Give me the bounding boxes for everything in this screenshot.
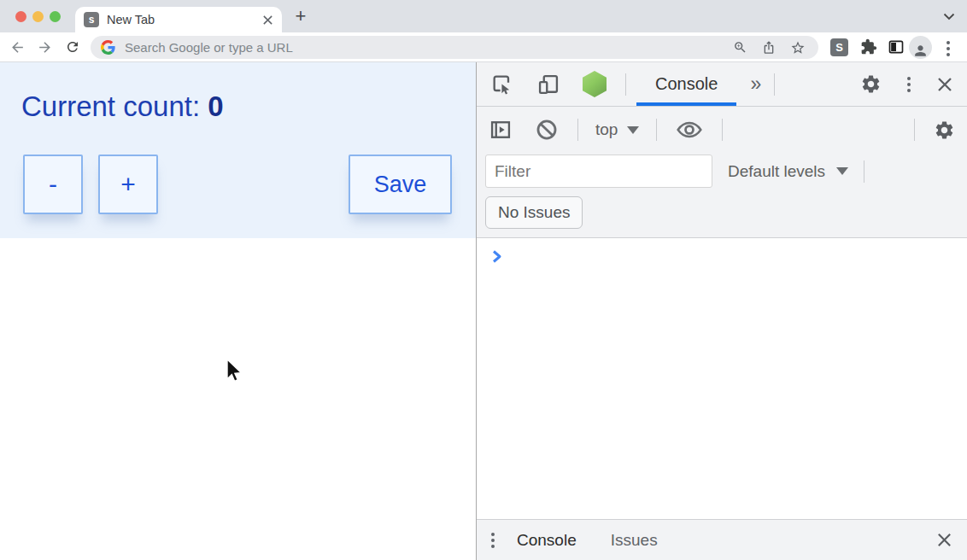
back-button[interactable] [9,39,26,55]
active-tab-underline [636,102,736,106]
devtools-settings-gear-icon[interactable] [860,73,882,95]
console-sidebar-toggle-icon[interactable] [489,118,513,142]
window-minimize-button[interactable] [32,11,44,22]
no-issues-button[interactable]: No Issues [485,196,583,229]
toolbar-divider [656,119,657,141]
decrement-button[interactable]: - [23,155,83,214]
drawer-tab-issues[interactable]: Issues [611,531,658,550]
console-toolbar: top Default levels [477,107,967,238]
mouse-cursor [226,359,243,388]
toolbar-divider [864,160,864,183]
omnibox[interactable] [91,36,818,59]
extensions-puzzle-icon[interactable] [860,38,877,55]
clear-console-icon[interactable] [535,118,559,142]
devtools-close-icon[interactable] [936,76,953,93]
drawer-tab-console[interactable]: Console [517,531,577,550]
toolbar-divider [625,73,626,96]
browser-window: s New Tab + [0,0,967,560]
browser-toolbar: S [0,32,967,62]
reload-button[interactable] [65,39,80,55]
drawer-menu-kebab-icon[interactable] [491,533,495,548]
tab-favicon: s [84,12,99,27]
devtools-tab-bar: Console » [477,62,967,107]
google-g-icon [101,40,115,55]
devtools-tab-console[interactable]: Console [636,62,736,106]
more-panels-icon[interactable]: » [750,73,760,96]
drawer-close-icon[interactable] [936,532,952,548]
page-title: Current count: 0 [21,90,224,123]
extension-s-button[interactable]: S [830,38,848,56]
omnibox-input[interactable] [123,39,733,55]
log-levels-dropdown[interactable]: Default levels [728,162,848,181]
console-prompt-chevron-icon[interactable] [491,249,503,264]
zoom-in-icon[interactable] [733,40,747,55]
tab-close-icon[interactable] [262,15,273,26]
devtools-tab-console-label: Console [655,74,718,94]
toolbar-divider [774,73,775,96]
toolbar-divider [722,119,723,141]
increment-button[interactable]: + [98,155,158,214]
caret-down-icon [627,126,639,134]
tab-strip: s New Tab + [0,0,967,32]
toolbar-divider [577,119,578,141]
context-selector[interactable]: top [595,120,639,139]
caret-down-icon [836,167,848,175]
side-panel-icon[interactable] [888,38,905,55]
context-selector-label: top [595,120,618,139]
console-output[interactable] [477,238,967,519]
live-expression-eye-icon[interactable] [676,120,703,139]
bookmark-star-icon[interactable] [790,40,806,55]
window-zoom-button[interactable] [50,11,61,22]
devtools-panel: Console » [476,62,967,560]
page-content: Current count: 0 - + Save [0,62,476,560]
browser-tab[interactable]: s New Tab [75,7,282,32]
save-button[interactable]: Save [349,155,452,214]
console-filter-input[interactable] [485,155,712,188]
counter-hero-section: Current count: 0 - + Save [0,62,476,238]
count-label: Current count: [21,90,200,122]
window-close-button[interactable] [15,11,26,22]
inspect-element-icon[interactable] [490,73,514,96]
share-icon[interactable] [762,40,776,55]
log-levels-label: Default levels [728,162,825,181]
profile-avatar[interactable] [909,36,932,59]
new-tab-button[interactable]: + [290,6,311,26]
tab-title: New Tab [107,13,155,26]
count-value: 0 [208,90,223,122]
console-settings-gear-icon[interactable] [934,120,955,141]
node-devtools-icon[interactable] [583,71,607,97]
tab-search-chevron-icon[interactable] [943,13,955,20]
devtools-drawer: Console Issues [477,519,967,560]
browser-menu-kebab-icon[interactable] [946,41,950,56]
device-toolbar-icon[interactable] [536,73,560,96]
forward-button[interactable] [37,39,53,55]
devtools-menu-kebab-icon[interactable] [907,77,911,92]
toolbar-divider [914,119,915,141]
